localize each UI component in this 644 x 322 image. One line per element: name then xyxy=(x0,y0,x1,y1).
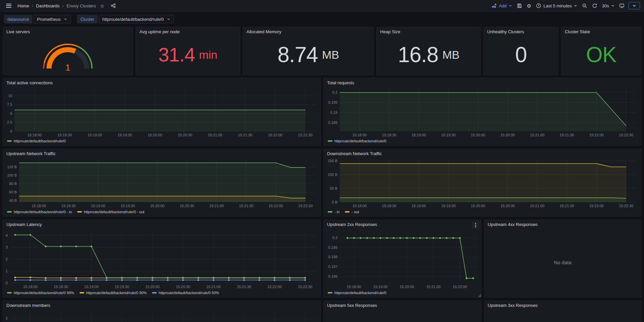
breadcrumb-current-dashboard[interactable]: Envoy Clusters xyxy=(66,3,96,8)
svg-text:2.5: 2.5 xyxy=(7,120,12,124)
legend-series-label: httproute/default/backend/rule/0 xyxy=(334,291,386,295)
timeseries-chart[interactable]: 15:18:0015:18:3015:19:0015:19:3015:20:00… xyxy=(324,86,641,138)
panel-title[interactable]: Upstream 4xx Responses xyxy=(485,220,641,228)
breadcrumb-home[interactable]: Home xyxy=(17,3,29,8)
tv-mode-button[interactable] xyxy=(617,2,627,9)
svg-text:15:21:30: 15:21:30 xyxy=(560,133,574,137)
chevron-down-icon xyxy=(509,4,512,7)
panel-title[interactable]: Cluster State xyxy=(561,27,641,35)
variable-datasource-select[interactable]: Prometheus xyxy=(33,15,71,24)
legend-item[interactable]: httproute/default/backend/rule/0 xyxy=(7,139,66,143)
legend-item[interactable]: - out xyxy=(345,210,359,214)
chart-legend: httproute/default/backend/rule/0 99%http… xyxy=(3,290,320,297)
refresh-interval-picker[interactable]: 30s xyxy=(600,2,616,9)
toolbar-collapse-button[interactable] xyxy=(629,2,640,9)
panel-title[interactable]: Upstream Network Traffic xyxy=(3,149,320,157)
svg-text:40 B: 40 B xyxy=(9,198,17,202)
svg-text:15:21:00: 15:21:00 xyxy=(210,204,224,208)
svg-text:15:18:00: 15:18:00 xyxy=(28,133,42,137)
panel-title[interactable]: Downstream Network Traffic xyxy=(324,149,641,157)
svg-text:15:22:30: 15:22:30 xyxy=(298,133,313,137)
svg-text:15:20:00: 15:20:00 xyxy=(148,133,162,137)
chevron-down-icon xyxy=(574,4,577,7)
legend-item[interactable]: httproute/default/backend/rule/0 xyxy=(328,139,386,143)
panel-resize-handle[interactable] xyxy=(478,294,481,297)
svg-text:80 B: 80 B xyxy=(9,182,17,186)
save-dashboard-button[interactable] xyxy=(515,2,524,9)
svg-text:15:21:30: 15:21:30 xyxy=(239,204,254,208)
panel-title[interactable]: Upstream 3xx Responses xyxy=(485,301,641,309)
dashboard-settings-button[interactable]: ⚙ xyxy=(525,2,533,9)
panel-title[interactable]: Upstream 2xx Responses xyxy=(324,220,481,228)
legend-series-label: httproute/default/backend/rule/0 90% xyxy=(86,291,147,295)
legend-item[interactable]: httproute/default/backend/rule/0 xyxy=(328,291,386,295)
monitor-icon xyxy=(619,3,625,8)
panel-upstream-latency: Upstream Latency 15:18:0015:18:3015:19:0… xyxy=(3,220,321,297)
panel-title[interactable]: Total requests xyxy=(324,78,641,86)
legend-series-color xyxy=(7,211,12,213)
legend-item[interactable]: httproute/default/backend/rule/0 - out xyxy=(77,210,144,214)
timeseries-chart[interactable]: 15:18:0015:18:3015:19:0015:19:3015:20:00… xyxy=(3,157,320,209)
svg-text:15:18:30: 15:18:30 xyxy=(61,204,76,208)
svg-text:100 B: 100 B xyxy=(7,173,17,177)
svg-text:15:19:30: 15:19:30 xyxy=(121,204,135,208)
panel-title[interactable]: Upstream 5xx Responses xyxy=(324,301,481,309)
chart-svg: 15:18:0015:18:3015:19:0015:19:3015:20:00… xyxy=(324,157,641,209)
share-button[interactable] xyxy=(108,2,118,9)
panel-title[interactable]: Live servers xyxy=(3,27,133,35)
panel-heap-size: Heap Size 16.8 MB xyxy=(376,27,481,75)
variable-datasource: datasource Prometheus xyxy=(4,15,71,24)
svg-text:10: 10 xyxy=(8,94,12,98)
svg-text:15:18:00: 15:18:00 xyxy=(32,204,46,208)
breadcrumb-dashboards[interactable]: Dashboards xyxy=(36,3,59,8)
variable-cluster-select[interactable]: httproute/default/backend/rule/0 xyxy=(99,15,174,24)
hamburger-menu-button[interactable] xyxy=(4,2,13,10)
legend-item[interactable]: httproute/default/backend/rule/0 90% xyxy=(80,291,147,295)
timeseries-chart[interactable]: 15:18:0015:19:0015:20:0015:21:0015:22:00… xyxy=(324,228,481,290)
chevron-down-icon xyxy=(632,4,636,8)
add-panel-button[interactable]: Add xyxy=(490,2,514,9)
svg-text:15:19:00: 15:19:00 xyxy=(91,204,105,208)
svg-text:15:18:30: 15:18:30 xyxy=(57,133,72,137)
svg-text:5: 5 xyxy=(10,111,12,116)
svg-text:15:22:30: 15:22:30 xyxy=(298,285,312,289)
time-range-picker[interactable]: Last 5 minutes xyxy=(534,2,579,9)
svg-text:15:21:00: 15:21:00 xyxy=(206,285,221,289)
legend-item[interactable]: httproute/default/backend/rule/0 50% xyxy=(152,291,219,295)
svg-text:0.196: 0.196 xyxy=(328,274,337,278)
timeseries-chart[interactable]: 15:18:0015:18:3015:19:0015:19:3015:20:00… xyxy=(324,157,641,209)
svg-text:2: 2 xyxy=(6,257,8,261)
panel-title[interactable]: Allocated Memory xyxy=(243,27,373,35)
panel-title[interactable]: Unhealthy Clusters xyxy=(484,27,558,35)
svg-text:15:22:30: 15:22:30 xyxy=(619,204,633,208)
svg-text:15:21:00: 15:21:00 xyxy=(208,133,222,137)
svg-text:0.198: 0.198 xyxy=(328,255,337,259)
legend-item[interactable]: httproute/default/backend/rule/0 - in xyxy=(7,210,72,214)
refresh-button[interactable] xyxy=(590,2,599,9)
timeseries-chart[interactable]: 15:18:0015:18:3015:19:0015:19:3015:20:00… xyxy=(3,86,320,138)
panel-title[interactable]: Downstream members xyxy=(3,301,320,309)
legend-item[interactable]: - in xyxy=(328,210,339,214)
timeseries-chart[interactable]: 15:18:0015:18:3015:19:0015:19:3015:20:00… xyxy=(3,309,320,322)
panel-body xyxy=(324,309,481,322)
gauge: 1 xyxy=(3,35,133,75)
svg-text:150 B: 150 B xyxy=(328,159,337,163)
timeseries-chart[interactable]: 15:18:0015:18:3015:19:0015:19:3015:20:00… xyxy=(3,228,320,290)
panel-title[interactable]: Upstream Latency xyxy=(3,220,320,228)
legend-series-label: httproute/default/backend/rule/0 xyxy=(14,139,66,143)
panel-title[interactable]: Total active connections xyxy=(3,78,320,86)
chart-legend: httproute/default/backend/rule/0 - inhtt… xyxy=(3,209,320,216)
variable-datasource-label[interactable]: datasource xyxy=(4,15,32,24)
zoom-out-time-button[interactable] xyxy=(580,2,589,9)
svg-text:15:21:30: 15:21:30 xyxy=(237,285,251,289)
variable-cluster-label[interactable]: Cluster xyxy=(77,15,97,24)
panel-title[interactable]: Avg uptime per node xyxy=(136,27,240,35)
panel-title[interactable]: Heap Size xyxy=(377,27,480,35)
stat-body: 8.74 MB xyxy=(243,35,373,75)
favorite-button[interactable]: ☆ xyxy=(98,2,106,9)
svg-text:15:22:00: 15:22:00 xyxy=(589,204,604,208)
legend-item[interactable]: httproute/default/backend/rule/0 99% xyxy=(7,291,74,295)
gauge-arc: 1 xyxy=(39,36,96,74)
refresh-interval-label: 30s xyxy=(602,3,609,8)
svg-text:15:19:30: 15:19:30 xyxy=(441,204,456,208)
